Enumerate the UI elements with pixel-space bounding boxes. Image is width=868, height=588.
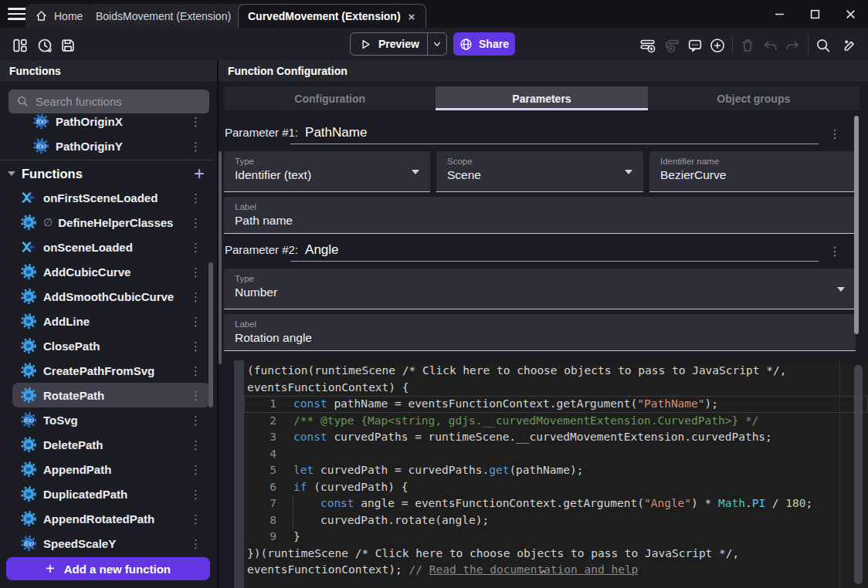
ai-edit-icon[interactable] [840, 36, 859, 55]
expression-icon: f(x) [32, 137, 49, 154]
add-function-plus-icon[interactable]: + [194, 166, 205, 181]
parameter-1-type-select[interactable]: Type Identifier (text) [224, 151, 430, 192]
parameter-2-type-select[interactable]: Type Number [224, 269, 856, 309]
function-item-appendrotatedpath[interactable]: »AppendRotatedPath⋮ [0, 506, 217, 531]
functions-section-header[interactable]: Functions+ [0, 162, 217, 185]
sidebar-scrollbar[interactable] [209, 262, 213, 407]
globe-icon [459, 38, 473, 51]
play-icon [360, 39, 371, 50]
search-functions-input[interactable] [36, 95, 190, 108]
code-line: 1const pathName = eventsFunctionContext.… [244, 396, 868, 413]
item-menu-icon[interactable]: ⋮ [187, 462, 205, 477]
item-menu-icon[interactable]: ⋮ [187, 487, 205, 502]
tab-curvedmovement[interactable]: CurvedMovement (Extension) × [238, 4, 426, 28]
share-button[interactable]: Share [453, 32, 515, 56]
redo-icon[interactable] [783, 36, 802, 55]
tab-object-groups[interactable]: Object groups [648, 86, 860, 110]
function-item-speedscaley[interactable]: f(x)SpeedScaleY⋮ [0, 531, 217, 556]
parameter-1-menu-icon[interactable]: ⋮ [829, 127, 841, 141]
item-menu-icon[interactable]: ⋮ [187, 240, 205, 255]
svg-text:f(x): f(x) [24, 417, 35, 424]
window-close-button[interactable] [837, 5, 863, 23]
add-sub-event-icon[interactable] [663, 36, 681, 55]
function-item-duplicatedpath[interactable]: »DuplicatedPath⋮ [0, 482, 217, 506]
collapse-caret-icon[interactable] [8, 171, 15, 176]
delete-icon[interactable] [738, 36, 757, 55]
preview-button[interactable]: Preview [350, 32, 447, 56]
function-item-rotatepath[interactable]: »RotatePath⋮ [12, 383, 210, 407]
svg-text:»: » [25, 365, 32, 376]
add-new-function-button[interactable]: + Add a new function [6, 557, 210, 580]
item-menu-icon[interactable]: ⋮ [187, 536, 205, 551]
function-item-tosvg[interactable]: f(x)ToSvg⋮ [0, 407, 217, 432]
close-tab-icon[interactable]: × [407, 10, 417, 23]
tab-parameters[interactable]: Parameters [436, 86, 647, 110]
tab-home[interactable]: Home [25, 4, 92, 28]
window-minimize-button[interactable] [766, 5, 792, 23]
line-number: 3 [244, 429, 276, 446]
code-line: 3const curvedPaths = runtimeScene.__curv… [244, 429, 868, 446]
item-menu-icon[interactable]: ⋮ [187, 114, 205, 129]
parameters-left-scrollbar[interactable] [219, 151, 222, 364]
function-item-appendpath[interactable]: »AppendPath⋮ [0, 457, 217, 482]
function-item-addline[interactable]: »AddLine⋮ [0, 309, 217, 333]
action-icon: » [20, 263, 37, 280]
tab-configuration[interactable]: Configuration [224, 86, 436, 110]
function-item-addcubiccurve[interactable]: »AddCubicCurve⋮ [0, 259, 217, 284]
project-manager-icon[interactable] [11, 36, 29, 55]
item-menu-icon[interactable]: ⋮ [187, 363, 205, 378]
function-item-onfirstsceneloaded[interactable]: onFirstSceneLoaded⋮ [0, 185, 217, 210]
item-menu-icon[interactable]: ⋮ [187, 512, 205, 526]
item-menu-icon[interactable]: ⋮ [187, 215, 205, 230]
documentation-link[interactable]: Read the documentation and help [429, 563, 639, 576]
save-icon[interactable] [59, 36, 77, 55]
parameter-2-name-input[interactable]: Angle [305, 242, 338, 258]
svg-text:»: » [25, 513, 32, 524]
field-label: Identifier name [660, 157, 845, 166]
parameter-1-scope-select[interactable]: Scope Scene [436, 151, 643, 192]
function-item-label: DeletePath [43, 438, 187, 451]
function-item-definehelperclasses[interactable]: »∅DefineHelperClasses⋮ [0, 210, 217, 235]
svg-text:»: » [25, 266, 32, 277]
parameter-1-identifier-name-field[interactable]: Identifier name BezierCurve [649, 151, 856, 192]
function-item-closepath[interactable]: »ClosePath⋮ [0, 333, 217, 358]
svg-text:f(x): f(x) [36, 118, 47, 125]
chevron-down-icon [837, 287, 845, 292]
parameter-1-name-input[interactable]: PathName [305, 125, 367, 140]
parameter-2-label-field[interactable]: Label Rotation angle [224, 314, 856, 351]
item-menu-icon[interactable]: ⋮ [187, 388, 205, 403]
add-other-icon[interactable] [708, 36, 727, 55]
item-menu-icon[interactable]: ⋮ [187, 314, 205, 329]
item-menu-icon[interactable]: ⋮ [187, 265, 205, 279]
preview-options-chevron-icon[interactable] [428, 39, 446, 49]
function-item-onsceneloaded[interactable]: onSceneLoaded⋮ [0, 235, 217, 259]
main-menu-icon[interactable] [8, 5, 26, 22]
action-icon: » [20, 337, 37, 354]
function-item-createpathfromsvg[interactable]: »CreatePathFromSvg⋮ [0, 358, 217, 383]
search-functions-box[interactable] [8, 90, 209, 113]
item-menu-icon[interactable]: ⋮ [187, 438, 205, 452]
scroll-up-hint[interactable]: ^ [540, 569, 546, 581]
function-item-addsmoothcubiccurve[interactable]: »AddSmoothCubicCurve⋮ [0, 284, 217, 309]
undo-icon[interactable] [761, 36, 780, 55]
tab-boidsmovement[interactable]: BoidsMovement (Extension) × [86, 4, 256, 28]
parameter-2-menu-icon[interactable]: ⋮ [829, 244, 841, 259]
javascript-code-editor[interactable]: (function(runtimeScene /* Click here to … [234, 360, 868, 588]
item-menu-icon[interactable]: ⋮ [187, 413, 205, 427]
item-menu-icon[interactable]: ⋮ [187, 191, 205, 205]
parameter-1-label-field[interactable]: Label Path name [224, 197, 856, 234]
item-menu-icon[interactable]: ⋮ [187, 289, 205, 304]
function-item-deletepath[interactable]: »DeletePath⋮ [0, 432, 217, 457]
function-item-pathoriginx[interactable]: f(x)PathOriginX⋮ [0, 114, 217, 133]
search-icon[interactable] [814, 36, 832, 55]
version-history-icon[interactable] [36, 36, 54, 55]
window-maximize-button[interactable] [802, 5, 828, 23]
add-event-icon[interactable] [639, 36, 657, 55]
add-comment-icon[interactable] [686, 36, 704, 55]
editor-scrollbar[interactable] [854, 365, 863, 584]
action-icon: » [20, 510, 37, 527]
parameters-scrollbar[interactable] [854, 116, 859, 334]
item-menu-icon[interactable]: ⋮ [187, 339, 205, 353]
function-item-pathoriginy[interactable]: f(x)PathOriginY⋮ [0, 133, 217, 158]
item-menu-icon[interactable]: ⋮ [187, 139, 205, 154]
